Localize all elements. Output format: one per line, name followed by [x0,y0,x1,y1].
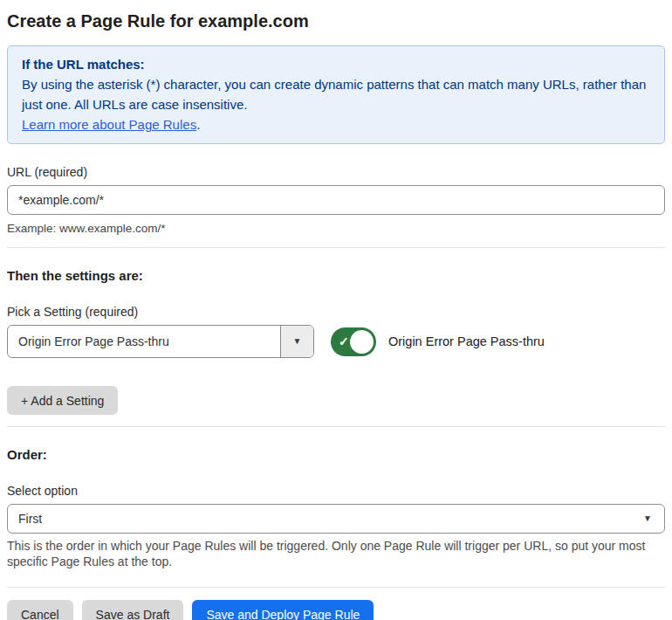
info-box-heading: If the URL matches: [22,54,650,74]
learn-more-link[interactable]: Learn more about Page Rules [22,117,196,132]
order-select[interactable]: First ▼ [7,504,665,534]
setting-toggle-label: Origin Error Page Pass-thru [388,334,545,348]
toggle-knob [350,330,374,354]
footer-actions: Cancel Save as Draft Save and Deploy Pag… [7,600,665,620]
page-title: Create a Page Rule for example.com [7,9,665,33]
url-field-label: URL (required) [7,165,665,180]
setting-dropdown-arrow-button[interactable]: ▼ [280,326,313,357]
url-match-info-box: If the URL matches: By using the asteris… [7,45,665,144]
cancel-button[interactable]: Cancel [7,600,73,620]
setting-dropdown[interactable]: Origin Error Page Pass-thru ▼ [7,325,314,358]
order-select-label: Select option [7,484,665,499]
pick-setting-label: Pick a Setting (required) [7,305,665,320]
link-period: . [196,117,200,132]
info-box-link-line: Learn more about Page Rules. [22,114,650,134]
setting-row: Origin Error Page Pass-thru ▼ ✓ Origin E… [7,325,665,358]
setting-toggle[interactable]: ✓ [331,327,376,356]
divider [7,426,665,427]
chevron-down-icon: ▼ [643,514,652,523]
order-section-heading: Order: [7,447,665,463]
divider [7,247,665,248]
order-helper-text: This is the order in which your Page Rul… [7,539,665,569]
save-and-deploy-button[interactable]: Save and Deploy Page Rule [192,600,374,620]
divider [7,587,665,588]
chevron-down-icon: ▼ [293,337,302,346]
order-select-value: First [18,512,42,526]
setting-dropdown-value: Origin Error Page Pass-thru [8,326,280,357]
check-icon: ✓ [339,335,349,348]
url-helper-text: Example: www.example.com/* [7,221,665,236]
settings-section-heading: Then the settings are: [7,268,665,284]
add-setting-button[interactable]: + Add a Setting [7,386,118,415]
save-as-draft-button[interactable]: Save as Draft [82,600,184,620]
url-input[interactable] [7,185,665,215]
info-box-body: By using the asterisk (*) character, you… [22,74,650,114]
